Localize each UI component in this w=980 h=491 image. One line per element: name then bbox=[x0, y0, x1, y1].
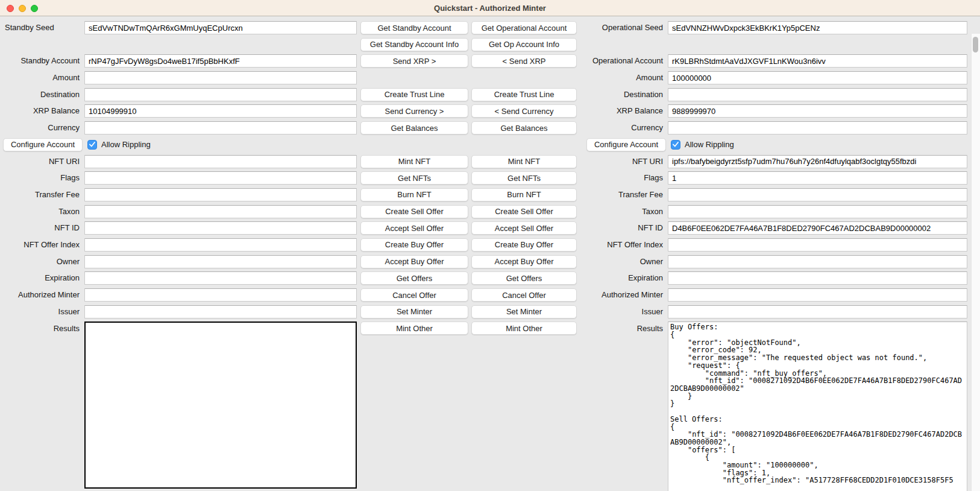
standby-nft-id-input[interactable] bbox=[84, 221, 357, 235]
operational-destination-input[interactable] bbox=[668, 88, 967, 101]
operational-results-textarea[interactable]: Buy Offers: { "error": "objectNotFound",… bbox=[668, 322, 967, 491]
operational-xrp-balance-label: XRP Balance bbox=[582, 104, 668, 118]
standby-seed-input[interactable] bbox=[84, 21, 357, 34]
standby-create-buy-offer-button[interactable]: Create Buy Offer bbox=[360, 238, 468, 252]
operational-create-buy-offer-button[interactable]: Create Buy Offer bbox=[471, 238, 577, 252]
operational-seed-label: Operational Seed bbox=[582, 21, 668, 34]
standby-results-textarea[interactable] bbox=[84, 322, 357, 489]
standby-accept-buy-offer-button[interactable]: Accept Buy Offer bbox=[360, 255, 468, 268]
standby-account-input[interactable] bbox=[84, 54, 357, 68]
get-standby-account-info-button[interactable]: Get Standby Account Info bbox=[360, 38, 468, 51]
standby-owner-input[interactable] bbox=[84, 255, 357, 268]
operational-xrp-balance-input[interactable] bbox=[668, 104, 967, 118]
operational-transfer-fee-label: Transfer Fee bbox=[582, 188, 668, 201]
standby-create-trust-line-button[interactable]: Create Trust Line bbox=[360, 88, 468, 101]
operational-amount-input[interactable] bbox=[668, 71, 967, 84]
standby-get-nfts-button[interactable]: Get NFTs bbox=[360, 171, 468, 185]
operational-mint-other-button[interactable]: Mint Other bbox=[471, 322, 577, 335]
spacer bbox=[0, 38, 357, 51]
standby-expiration-input[interactable] bbox=[84, 271, 357, 285]
vertical-scrollbar[interactable] bbox=[971, 34, 980, 491]
standby-destination-label: Destination bbox=[0, 88, 84, 101]
operational-currency-label: Currency bbox=[582, 121, 668, 135]
standby-configure-account-button[interactable]: Configure Account bbox=[3, 138, 83, 151]
operational-account-input[interactable] bbox=[668, 54, 967, 68]
get-standby-account-button[interactable]: Get Standby Account bbox=[360, 21, 468, 34]
standby-xrp-balance-input[interactable] bbox=[84, 104, 357, 118]
operational-create-sell-offer-button[interactable]: Create Sell Offer bbox=[471, 205, 577, 218]
operational-flags-input[interactable] bbox=[668, 171, 967, 185]
standby-allow-rippling-checkbox[interactable] bbox=[87, 140, 97, 150]
operational-nft-id-input[interactable] bbox=[668, 221, 967, 235]
operational-burn-nft-button[interactable]: Burn NFT bbox=[471, 188, 577, 201]
operational-accept-buy-offer-button[interactable]: Accept Buy Offer bbox=[471, 255, 577, 268]
standby-account-label: Standby Account bbox=[0, 54, 84, 68]
checkmark-icon bbox=[673, 142, 679, 147]
spacer bbox=[582, 38, 967, 51]
operational-configure-account-button[interactable]: Configure Account bbox=[586, 138, 666, 151]
operational-expiration-input[interactable] bbox=[668, 271, 967, 285]
operational-set-minter-button[interactable]: Set Minter bbox=[471, 305, 577, 318]
standby-set-minter-button[interactable]: Set Minter bbox=[360, 305, 468, 318]
operational-get-balances-button[interactable]: Get Balances bbox=[471, 121, 577, 135]
operational-account-label: Operational Account bbox=[582, 54, 668, 68]
get-operational-account-button[interactable]: Get Operational Account bbox=[471, 21, 577, 34]
scrollbar-thumb[interactable] bbox=[973, 37, 978, 52]
standby-get-offers-button[interactable]: Get Offers bbox=[360, 271, 468, 285]
standby-panel: Standby Seed Standby Account Amount Dest… bbox=[0, 21, 357, 489]
operational-nft-id-label: NFT ID bbox=[582, 221, 668, 235]
operational-amount-label: Amount bbox=[582, 71, 668, 84]
operational-get-nfts-button[interactable]: Get NFTs bbox=[471, 171, 577, 185]
standby-nft-uri-label: NFT URI bbox=[0, 155, 84, 168]
standby-transfer-fee-input[interactable] bbox=[84, 188, 357, 201]
standby-currency-input[interactable] bbox=[84, 121, 357, 135]
operational-nft-offer-index-input[interactable] bbox=[668, 238, 967, 252]
standby-get-balances-button[interactable]: Get Balances bbox=[360, 121, 468, 135]
standby-cancel-offer-button[interactable]: Cancel Offer bbox=[360, 288, 468, 302]
operational-nft-uri-input[interactable] bbox=[668, 155, 967, 168]
minimize-button[interactable] bbox=[19, 5, 26, 12]
standby-mint-nft-button[interactable]: Mint NFT bbox=[360, 155, 468, 168]
standby-accept-sell-offer-button[interactable]: Accept Sell Offer bbox=[360, 221, 468, 235]
operational-send-xrp-button[interactable]: < Send XRP bbox=[471, 54, 577, 68]
standby-send-currency-button[interactable]: Send Currency > bbox=[360, 104, 468, 118]
operational-send-currency-button[interactable]: < Send Currency bbox=[471, 104, 577, 118]
standby-destination-input[interactable] bbox=[84, 88, 357, 101]
operational-get-offers-button[interactable]: Get Offers bbox=[471, 271, 577, 285]
standby-flags-input[interactable] bbox=[84, 171, 357, 185]
operational-issuer-input[interactable] bbox=[668, 305, 967, 318]
operational-allow-rippling-label: Allow Rippling bbox=[685, 140, 734, 149]
standby-nft-uri-input[interactable] bbox=[84, 155, 357, 168]
standby-nft-offer-index-input[interactable] bbox=[84, 238, 357, 252]
standby-xrp-balance-label: XRP Balance bbox=[0, 104, 84, 118]
standby-authorized-minter-input[interactable] bbox=[84, 288, 357, 302]
operational-cancel-offer-button[interactable]: Cancel Offer bbox=[471, 288, 577, 302]
standby-results-label: Results bbox=[0, 322, 84, 332]
standby-send-xrp-button[interactable]: Send XRP > bbox=[360, 54, 468, 68]
main-content: Standby Seed Standby Account Amount Dest… bbox=[0, 17, 980, 491]
standby-amount-input[interactable] bbox=[84, 71, 357, 84]
operational-owner-input[interactable] bbox=[668, 255, 967, 268]
standby-nft-offer-index-label: NFT Offer Index bbox=[0, 238, 84, 252]
zoom-button[interactable] bbox=[31, 5, 38, 12]
standby-nft-id-label: NFT ID bbox=[0, 221, 84, 235]
operational-flags-label: Flags bbox=[582, 171, 668, 185]
operational-allow-rippling-checkbox[interactable] bbox=[671, 140, 680, 150]
operational-seed-input[interactable] bbox=[668, 21, 967, 34]
operational-accept-sell-offer-button[interactable]: Accept Sell Offer bbox=[471, 221, 577, 235]
close-button[interactable] bbox=[7, 5, 14, 12]
operational-transfer-fee-input[interactable] bbox=[668, 188, 967, 201]
operational-mint-nft-button[interactable]: Mint NFT bbox=[471, 155, 577, 168]
standby-taxon-input[interactable] bbox=[84, 205, 357, 218]
standby-mint-other-button[interactable]: Mint Other bbox=[360, 322, 468, 335]
operational-taxon-input[interactable] bbox=[668, 205, 967, 218]
operational-create-trust-line-button[interactable]: Create Trust Line bbox=[471, 88, 577, 101]
traffic-lights bbox=[7, 5, 38, 12]
get-op-account-info-button[interactable]: Get Op Account Info bbox=[471, 38, 577, 51]
operational-authorized-minter-input[interactable] bbox=[668, 288, 967, 302]
standby-issuer-input[interactable] bbox=[84, 305, 357, 318]
standby-owner-label: Owner bbox=[0, 255, 84, 268]
standby-burn-nft-button[interactable]: Burn NFT bbox=[360, 188, 468, 201]
operational-currency-input[interactable] bbox=[668, 121, 967, 135]
standby-create-sell-offer-button[interactable]: Create Sell Offer bbox=[360, 205, 468, 218]
